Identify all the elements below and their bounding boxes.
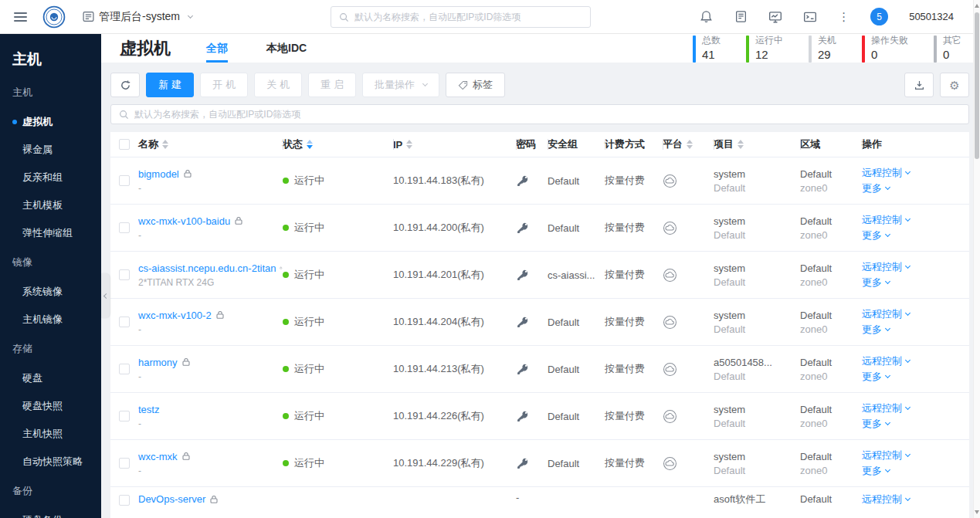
- sidebar-item[interactable]: 硬盘备份: [0, 506, 101, 518]
- workspace-switcher[interactable]: 管理后台-system: [83, 10, 192, 24]
- chevron-left-icon: [103, 293, 109, 298]
- row-checkbox[interactable]: [119, 411, 130, 422]
- sidebar-item[interactable]: 主机模板: [0, 191, 101, 219]
- document-icon[interactable]: [734, 10, 748, 24]
- more-link[interactable]: 更多: [862, 416, 969, 432]
- vm-name-link[interactable]: testz: [138, 402, 159, 417]
- remote-control-link[interactable]: 远程控制: [862, 354, 969, 369]
- scroll-down-arrow-icon[interactable]: [975, 510, 979, 514]
- avatar-badge[interactable]: 5: [870, 8, 888, 25]
- row-checkbox[interactable]: [119, 269, 130, 280]
- remote-control-link[interactable]: 远程控制: [862, 165, 969, 181]
- sidebar-group-label[interactable]: 主机: [0, 77, 101, 108]
- password-cell[interactable]: [516, 457, 548, 470]
- global-search-input[interactable]: 默认为名称搜索，自动匹配IP或ID筛选项: [331, 6, 591, 28]
- sort-icon[interactable]: [162, 140, 168, 149]
- more-link[interactable]: 更多: [862, 463, 969, 479]
- restart-button[interactable]: 重启: [308, 73, 356, 97]
- vm-name-link[interactable]: DevOps-server: [138, 492, 205, 506]
- sidebar-group-label[interactable]: 备份: [0, 476, 101, 506]
- password-cell[interactable]: [516, 269, 548, 282]
- sort-icon[interactable]: [738, 140, 744, 149]
- column-header-1[interactable]: 名称: [138, 132, 283, 157]
- remote-control-link[interactable]: 远程控制: [862, 492, 969, 507]
- sidebar-item[interactable]: 裸金属: [0, 136, 101, 164]
- sidebar-item[interactable]: 自动快照策略: [0, 448, 101, 476]
- sidebar-item[interactable]: 弹性伸缩组: [0, 219, 101, 247]
- sidebar-item[interactable]: 硬盘快照: [0, 392, 101, 420]
- project-name: system: [714, 308, 800, 323]
- sort-icon[interactable]: [687, 140, 693, 149]
- more-link[interactable]: 更多: [862, 275, 969, 290]
- row-checkbox[interactable]: [119, 222, 130, 233]
- vm-name-link[interactable]: wxc-mxk: [138, 449, 178, 464]
- vm-name-link[interactable]: wxc-mxk-v100-baidu: [138, 214, 230, 229]
- column-header-2[interactable]: 状态: [283, 132, 393, 157]
- password-cell[interactable]: [516, 363, 548, 376]
- page-scrollbar[interactable]: [973, 0, 980, 518]
- scrollbar-thumb[interactable]: [975, 12, 979, 159]
- row-checkbox[interactable]: [119, 458, 130, 469]
- vm-name-link[interactable]: bigmodel: [138, 167, 179, 181]
- stat-item: 其它0: [934, 34, 961, 63]
- vm-name-link[interactable]: wxc-mxk-v100-2: [138, 308, 212, 323]
- hamburger-menu-icon[interactable]: [14, 12, 27, 22]
- sidebar-item[interactable]: 系统镜像: [0, 278, 101, 306]
- column-settings-button[interactable]: ⚙: [940, 73, 969, 97]
- remote-control-link[interactable]: 远程控制: [862, 306, 969, 322]
- tab-all[interactable]: 全部: [206, 34, 228, 63]
- vm-name-link[interactable]: harmony: [138, 355, 178, 370]
- sidebar-item[interactable]: 硬盘: [0, 364, 101, 392]
- list-filter-input[interactable]: 默认为名称搜索，自动匹配IP或ID筛选项: [110, 104, 969, 124]
- password-cell[interactable]: [516, 222, 548, 235]
- more-link[interactable]: 更多: [862, 181, 969, 196]
- sidebar-collapse-handle[interactable]: [101, 273, 110, 318]
- row-checkbox[interactable]: [119, 175, 130, 186]
- batch-actions-button[interactable]: 批量操作: [362, 73, 439, 97]
- row-checkbox[interactable]: [119, 495, 130, 506]
- more-link[interactable]: 更多: [862, 369, 969, 384]
- row-checkbox[interactable]: [119, 364, 130, 374]
- sort-icon[interactable]: [406, 140, 412, 149]
- column-header-7[interactable]: 平台: [663, 132, 714, 157]
- more-options-icon[interactable]: ⋮: [838, 10, 849, 24]
- select-all-checkbox[interactable]: [119, 139, 130, 150]
- security-group-cell: Default: [548, 411, 605, 422]
- column-header-3[interactable]: IP: [393, 132, 516, 157]
- column-header-8[interactable]: 项目: [714, 132, 800, 157]
- sidebar-group-label[interactable]: 存储: [0, 333, 101, 364]
- sidebar-item[interactable]: 虚拟机: [0, 108, 101, 136]
- password-cell[interactable]: [516, 174, 548, 188]
- power-on-button[interactable]: 开机: [200, 73, 248, 97]
- project-subtext: Default: [714, 229, 800, 242]
- billing-cell: 按量付费: [605, 362, 663, 376]
- vm-name-link[interactable]: cs-aiassist.ncepu.edu.cn-2titan: [138, 261, 276, 276]
- password-cell[interactable]: [516, 316, 548, 329]
- sidebar-group-label[interactable]: 镜像: [0, 247, 101, 278]
- password-cell[interactable]: [516, 410, 548, 423]
- region-zone: zone0: [800, 276, 862, 289]
- terminal-icon[interactable]: [803, 10, 817, 24]
- sort-icon[interactable]: [307, 140, 313, 149]
- sidebar-item[interactable]: 主机镜像: [0, 306, 101, 333]
- sidebar-item[interactable]: 反亲和组: [0, 164, 101, 191]
- remote-control-link[interactable]: 远程控制: [862, 448, 969, 463]
- remote-control-link[interactable]: 远程控制: [862, 401, 969, 416]
- remote-control-link[interactable]: 远程控制: [862, 259, 969, 275]
- scroll-up-arrow-icon[interactable]: [975, 4, 979, 8]
- export-download-button[interactable]: [904, 73, 934, 97]
- refresh-button[interactable]: [110, 73, 140, 97]
- notification-bell-icon[interactable]: [699, 10, 713, 24]
- lock-icon: [215, 310, 225, 320]
- tab-local-idc[interactable]: 本地IDC: [266, 34, 307, 63]
- tag-button[interactable]: 标签: [446, 73, 505, 97]
- platform-cell: [663, 315, 714, 330]
- more-link[interactable]: 更多: [862, 228, 969, 243]
- sidebar-item[interactable]: 主机快照: [0, 420, 101, 448]
- power-off-button[interactable]: 关机: [254, 73, 302, 97]
- remote-control-link[interactable]: 远程控制: [862, 212, 969, 228]
- row-checkbox[interactable]: [119, 317, 130, 327]
- more-link[interactable]: 更多: [862, 322, 969, 337]
- create-button[interactable]: 新建: [146, 73, 194, 97]
- monitor-chart-icon[interactable]: [768, 10, 782, 24]
